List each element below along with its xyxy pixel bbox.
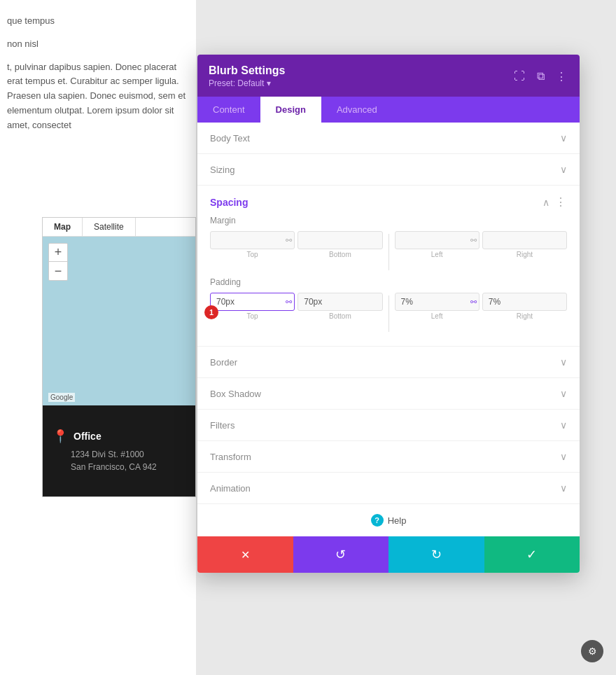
cancel-button[interactable]: ✕: [197, 536, 293, 573]
margin-group-1: ⚯ Top Bottom: [210, 231, 383, 258]
section-spacing: Spacing ∧ ⋮ Margin ⚯: [197, 186, 580, 347]
padding-group-1: ⚯ Top Bottom: [210, 293, 383, 320]
padding-top-bottom-pair: ⚯: [210, 293, 383, 311]
sizing-label: Sizing: [210, 165, 234, 175]
margin-right-input[interactable]: [482, 231, 567, 249]
bg-text-3: t, pulvinar dapibus sapien. Donec placer…: [7, 60, 189, 133]
spacing-content: Margin ⚯ Top: [197, 216, 580, 346]
spacing-title: Spacing: [210, 197, 248, 208]
animation-label: Animation: [210, 483, 251, 494]
padding-left-wrapper: ⚯: [395, 293, 479, 311]
panel-footer: ✕ ↺ ↻ ✓: [197, 536, 580, 573]
margin-left-link-icon: ⚯: [470, 236, 477, 245]
padding-right-wrapper: [482, 293, 567, 311]
margin-left-right-pair: ⚯: [395, 231, 568, 249]
redo-icon: ↻: [431, 547, 442, 562]
padding-divider: [388, 295, 389, 332]
padding-bottom-input[interactable]: [298, 293, 382, 311]
border-chevron: ∨: [560, 356, 567, 368]
more-options-icon[interactable]: ⋮: [554, 69, 568, 83]
filters-label: Filters: [210, 420, 234, 431]
padding-top-label: Top: [210, 312, 295, 320]
margin-labels-2: Left Right: [395, 251, 568, 258]
map-tab-satellite[interactable]: Satellite: [83, 218, 136, 236]
padding-left-label: Left: [395, 312, 479, 320]
pin-icon: 📍: [52, 429, 68, 444]
office-row: 📍 Office: [52, 429, 186, 444]
section-animation[interactable]: Animation ∨: [197, 473, 580, 504]
margin-labels-1: Top Bottom: [210, 251, 383, 258]
padding-labels-2: Left Right: [395, 312, 568, 320]
padding-top-wrapper: ⚯: [210, 293, 295, 311]
margin-bottom-input[interactable]: [298, 231, 382, 249]
margin-right-wrapper: [482, 231, 567, 249]
panel-title-group: Blurb Settings Preset: Default ▾: [209, 64, 285, 88]
box-shadow-chevron: ∨: [560, 388, 567, 399]
margin-left-wrapper: ⚯: [395, 231, 479, 249]
padding-group-2: ⚯ Left Right: [395, 293, 568, 320]
padding-lr-link-icon: ⚯: [470, 298, 477, 307]
spacing-header[interactable]: Spacing ∧ ⋮: [197, 186, 580, 216]
padding-top-input[interactable]: [210, 293, 295, 311]
body-text-chevron: ∨: [560, 132, 567, 144]
margin-left-input[interactable]: [395, 231, 479, 249]
save-button[interactable]: ✓: [484, 536, 580, 573]
save-icon: ✓: [526, 547, 537, 562]
panel-preset[interactable]: Preset: Default ▾: [209, 78, 285, 88]
padding-fields: 1 ⚯: [210, 293, 567, 332]
margin-divider: [388, 234, 389, 270]
map-widget: Map Satellite + − Google 📍 Office 1234 D…: [42, 217, 196, 497]
panel-header-icons: ⛶ ⧉ ⋮: [512, 69, 568, 83]
padding-right-label: Right: [482, 312, 567, 320]
margin-top-wrapper: ⚯: [210, 231, 295, 249]
google-label: Google: [48, 393, 75, 402]
section-transform[interactable]: Transform ∨: [197, 441, 580, 473]
transform-chevron: ∨: [560, 451, 567, 462]
map-controls: + −: [48, 243, 68, 281]
map-zoom-in[interactable]: +: [49, 244, 67, 262]
office-address-1: 1234 Divi St. #1000: [71, 448, 186, 461]
split-view-icon[interactable]: ⧉: [533, 69, 547, 83]
section-body-text[interactable]: Body Text ∨: [197, 123, 580, 154]
section-sizing[interactable]: Sizing ∨: [197, 154, 580, 186]
box-shadow-label: Box Shadow: [210, 389, 261, 399]
border-label: Border: [210, 357, 237, 368]
settings-panel: Blurb Settings Preset: Default ▾ ⛶ ⧉ ⋮ C…: [197, 55, 580, 573]
map-tab-map[interactable]: Map: [43, 218, 83, 236]
filters-chevron: ∨: [560, 419, 567, 431]
padding-container: Padding 1 ⚯: [210, 277, 567, 332]
margin-bottom-label: Bottom: [298, 251, 382, 258]
panel-body: Body Text ∨ Sizing ∨ Spacing ∧ ⋮ Margin: [197, 123, 580, 536]
accessibility-icon: ⚙: [581, 640, 603, 662]
section-box-shadow[interactable]: Box Shadow ∨: [197, 378, 580, 410]
section-border[interactable]: Border ∨: [197, 347, 580, 378]
sizing-chevron: ∨: [560, 164, 567, 175]
notification-badge: 1: [204, 305, 218, 319]
panel-header: Blurb Settings Preset: Default ▾ ⛶ ⧉ ⋮: [197, 55, 580, 97]
animation-chevron: ∨: [560, 482, 567, 494]
spacing-more-icon[interactable]: ⋮: [555, 195, 567, 209]
bg-text-1: que tempus: [7, 14, 189, 29]
fullscreen-icon[interactable]: ⛶: [512, 69, 526, 83]
margin-label: Margin: [210, 216, 567, 225]
panel-tabs: Content Design Advanced: [197, 97, 580, 123]
reset-button[interactable]: ↺: [293, 536, 389, 573]
tab-advanced[interactable]: Advanced: [321, 97, 393, 123]
tab-content[interactable]: Content: [197, 97, 260, 123]
padding-link-icon: ⚯: [286, 298, 292, 307]
office-address-2: San Francisco, CA 942: [71, 461, 186, 473]
padding-right-input[interactable]: [482, 293, 567, 311]
margin-top-label: Top: [210, 251, 295, 258]
padding-left-input[interactable]: [395, 293, 479, 311]
margin-fields: ⚯ Top Bottom: [210, 231, 567, 270]
margin-top-input[interactable]: [210, 231, 295, 249]
tab-design[interactable]: Design: [260, 97, 321, 123]
padding-bottom-label: Bottom: [298, 312, 382, 320]
spacing-chevron-up-icon: ∧: [542, 197, 550, 208]
section-filters[interactable]: Filters ∨: [197, 410, 580, 441]
redo-button[interactable]: ↻: [388, 536, 484, 573]
map-zoom-out[interactable]: −: [49, 262, 67, 280]
help-row[interactable]: ? Help: [197, 504, 580, 536]
panel-title: Blurb Settings: [209, 64, 285, 77]
margin-group-2: ⚯ Left Right: [395, 231, 568, 258]
